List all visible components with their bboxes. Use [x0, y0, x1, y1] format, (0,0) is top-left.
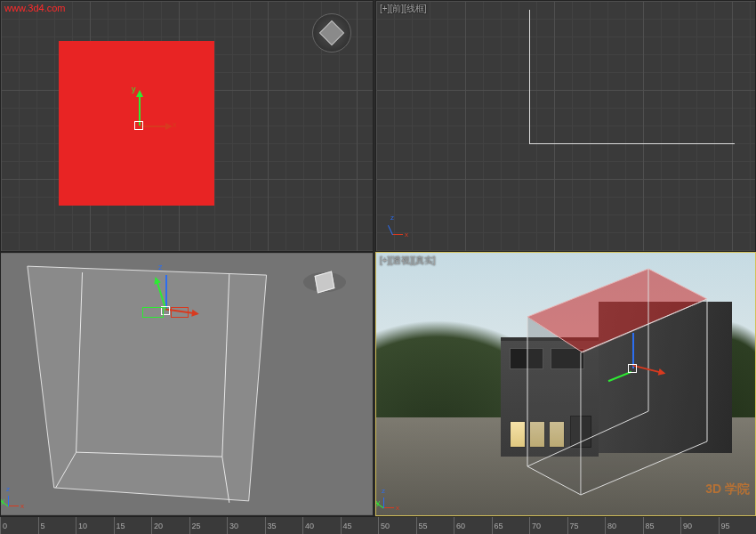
- mini-axis-label-z: z: [6, 485, 10, 493]
- mini-axis-x: [8, 506, 19, 506]
- timeline-tick[interactable]: 40: [302, 517, 314, 535]
- mini-axis-label-z: z: [382, 487, 385, 495]
- viewcube-icon[interactable]: [312, 13, 351, 53]
- timeline-tick[interactable]: 65: [492, 517, 503, 535]
- wireframe-object[interactable]: [529, 10, 735, 144]
- mini-axis-label-y: y: [1, 497, 4, 505]
- viewport-label-perspective[interactable]: [+][透视][真实]: [380, 255, 436, 267]
- timeline-tick[interactable]: 30: [227, 517, 238, 535]
- watermark-logo: 3D 学院: [705, 481, 750, 498]
- watermark-url: www.3d4.com: [4, 3, 65, 13]
- mini-axis-x: [392, 234, 403, 235]
- gizmo-plane-xz[interactable]: [171, 307, 189, 318]
- timeline-tick[interactable]: 95: [719, 517, 730, 535]
- cube-icon: [315, 271, 335, 293]
- viewport-front[interactable]: [+][前][线框] x z: [375, 0, 756, 252]
- axis-label-z: z: [158, 263, 163, 271]
- app-root: www.3d4.com x y [+][前][线框] x z: [0, 0, 756, 534]
- selected-box-overlay[interactable]: [519, 262, 714, 486]
- viewport-left[interactable]: z z x y: [0, 252, 374, 516]
- mini-axis-x: [383, 507, 394, 508]
- timeline-tick[interactable]: 50: [378, 517, 390, 535]
- timeline-tick[interactable]: 75: [567, 517, 579, 535]
- timeline-tick[interactable]: 45: [341, 517, 352, 535]
- mini-axis-label-z: z: [390, 214, 394, 222]
- viewcube-icon[interactable]: [303, 272, 346, 292]
- timeline-tick[interactable]: 60: [454, 517, 465, 535]
- viewport-row-top: www.3d4.com x y [+][前][线框] x z: [0, 0, 756, 252]
- timeline-tick[interactable]: 80: [605, 517, 616, 535]
- mini-axis-indicator: x z: [392, 217, 410, 235]
- timeline-tick[interactable]: 90: [680, 517, 692, 535]
- svg-marker-1: [28, 266, 267, 501]
- viewport-row-bottom: z z x y [+][透视][真实]: [0, 252, 756, 516]
- mini-axis-z: [383, 498, 384, 508]
- timeline-tick[interactable]: 15: [114, 517, 125, 535]
- mini-axis-indicator: z x y: [8, 489, 26, 506]
- viewport-label-front[interactable]: [+][前][线框]: [380, 3, 427, 15]
- timeline-ruler[interactable]: 05101520253035404550556065707580859095: [0, 517, 756, 535]
- timeline-tick[interactable]: 70: [529, 517, 541, 535]
- mini-axis-label-y: y: [376, 498, 380, 506]
- gizmo-axis-z[interactable]: [632, 333, 634, 368]
- timeline-tick[interactable]: 85: [643, 517, 655, 535]
- axis-label-y: y: [132, 85, 136, 93]
- timeline-tick[interactable]: 10: [76, 517, 87, 535]
- viewport-top[interactable]: www.3d4.com x y: [0, 0, 374, 252]
- timeline-tick[interactable]: 35: [265, 517, 277, 535]
- timeline-tick[interactable]: 5: [38, 517, 45, 535]
- gizmo-axis-x[interactable]: [139, 125, 171, 127]
- timeline-tick[interactable]: 55: [416, 517, 428, 535]
- timeline-tick[interactable]: 25: [189, 517, 201, 535]
- timeline-tick[interactable]: 20: [151, 517, 163, 535]
- gizmo-pivot[interactable]: [628, 364, 637, 373]
- mini-axis-label-x: x: [20, 502, 24, 510]
- cube-icon: [319, 20, 344, 45]
- gizmo-plane-yz[interactable]: [142, 307, 164, 318]
- mini-axis-label-x: x: [396, 504, 399, 512]
- mini-axis-z: [8, 496, 9, 506]
- timeline[interactable]: 05101520253035404550556065707580859095: [0, 516, 756, 534]
- mini-axis-indicator: z x y: [383, 490, 401, 508]
- viewport-perspective[interactable]: [+][透视][真实]: [375, 252, 756, 516]
- axis-label-x: x: [173, 120, 177, 129]
- mini-axis-label-x: x: [405, 231, 408, 239]
- gizmo-pivot[interactable]: [134, 121, 143, 130]
- timeline-tick[interactable]: 0: [0, 517, 7, 535]
